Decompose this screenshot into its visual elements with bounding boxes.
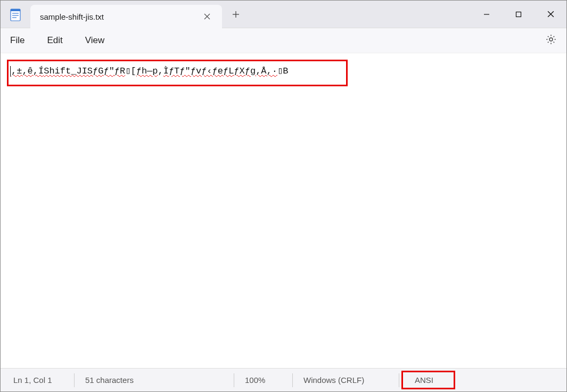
status-cursor-position[interactable]: Ln 1, Col 1	[13, 373, 74, 387]
status-bar: Ln 1, Col 1 51 characters 100% Windows (…	[1, 368, 566, 391]
editor-text-segment: ,Å,·	[256, 66, 277, 76]
document-tab[interactable]: sample-shift-jis.txt	[30, 5, 222, 28]
status-line-ending[interactable]: Windows (CRLF)	[292, 373, 399, 387]
editor-text-segment: ÌƒTƒ"ƒvƒ‹ƒeƒLƒXƒg	[163, 66, 256, 76]
title-bar: sample-shift-jis.txt	[1, 1, 566, 28]
settings-button[interactable]	[545, 34, 557, 48]
status-zoom[interactable]: 100%	[234, 373, 292, 387]
svg-rect-1	[11, 9, 20, 11]
menu-file[interactable]: File	[10, 35, 24, 46]
editor-text-segment: ƒh—p	[136, 66, 158, 76]
editor-area: ,±,ê,ÍShift_JISƒGƒ"ƒR▯[ƒh—p,ÌƒTƒ"ƒvƒ‹ƒeƒ…	[1, 53, 566, 368]
tab-close-button[interactable]	[200, 9, 215, 24]
tab-title: sample-shift-jis.txt	[40, 12, 194, 21]
notepad-app-icon	[1, 1, 30, 28]
text-caret	[10, 66, 11, 77]
editor-text-segment: ,±,ê,Í	[11, 66, 44, 76]
menu-view[interactable]: View	[85, 35, 105, 46]
editor-text-segment: ,	[158, 66, 163, 76]
editor-text-segment: Shift_JIS	[44, 66, 93, 76]
annotation-highlight-encoding: ANSI	[401, 371, 455, 389]
status-encoding-label: ANSI	[415, 375, 433, 385]
window-controls	[471, 1, 566, 28]
status-encoding[interactable]: ANSI	[399, 373, 468, 387]
editor-text-segment: ▯[	[125, 66, 136, 76]
svg-point-13	[549, 38, 553, 41]
text-editor[interactable]: ,±,ê,ÍShift_JISƒGƒ"ƒR▯[ƒh—p,ÌƒTƒ"ƒvƒ‹ƒeƒ…	[1, 53, 566, 88]
menu-edit[interactable]: Edit	[47, 35, 62, 46]
status-character-count[interactable]: 51 characters	[74, 373, 234, 387]
maximize-button[interactable]	[503, 1, 535, 28]
new-tab-button[interactable]	[225, 1, 246, 28]
minimize-button[interactable]	[471, 1, 503, 28]
titlebar-drag-region[interactable]	[246, 1, 471, 28]
editor-text-segment: ƒGƒ"ƒR	[93, 66, 125, 76]
menu-bar: File Edit View	[1, 28, 566, 53]
svg-rect-10	[516, 12, 521, 17]
close-window-button[interactable]	[535, 1, 566, 28]
editor-text-segment: ▯B	[277, 66, 288, 76]
